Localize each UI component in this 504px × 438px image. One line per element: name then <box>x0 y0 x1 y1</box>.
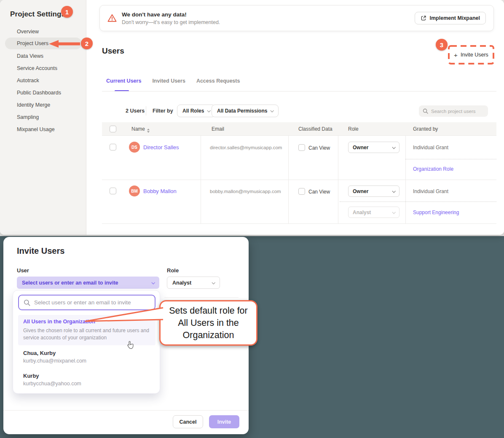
step-1-badge: 1 <box>61 6 73 18</box>
sub-role-select-disabled: Analyst <box>348 207 399 218</box>
settings-sidebar: Project Settings Overview Project Users … <box>0 0 86 235</box>
sidebar-item-identity-merge[interactable]: Identity Merge <box>17 102 50 108</box>
all-roles-dropdown[interactable]: All Roles <box>177 105 215 117</box>
banner-title: We don't have any data! <box>122 11 220 18</box>
search-input[interactable] <box>431 109 482 114</box>
granted-by-value: Individual Grant <box>413 188 448 194</box>
screenshot-root: Project Settings Overview Project Users … <box>0 0 504 438</box>
row-checkbox[interactable] <box>110 188 116 194</box>
user-email: director.salles@mymusicapp.com <box>210 145 282 150</box>
search-icon <box>24 299 30 306</box>
modal-title: Invite Users <box>17 246 64 256</box>
chevron-down-icon <box>207 109 211 112</box>
step-3-dashed-highlight <box>448 45 495 65</box>
option-description: Gives the chosen role to all current and… <box>23 327 150 341</box>
avatar: BM <box>129 185 140 196</box>
sidebar-item-overview[interactable]: Overview <box>17 29 39 35</box>
user-select[interactable]: Select users or enter an email to invite <box>17 277 159 289</box>
hand-cursor-icon <box>126 341 135 350</box>
option-user[interactable]: Chua, Kurby <box>23 350 56 356</box>
chevron-down-icon <box>271 109 274 112</box>
column-header-role: Role <box>348 126 359 132</box>
all-data-permissions-label: All Data Permissions <box>217 108 267 114</box>
tab-access-requests[interactable]: Access Requests <box>196 78 240 84</box>
sidebar-item-public-dashboards[interactable]: Public Dashboards <box>17 90 61 96</box>
user-select-value: Select users or enter an email to invite <box>22 280 118 286</box>
page-title: Project Settings <box>10 10 65 19</box>
step-3-badge: 3 <box>436 39 448 51</box>
can-view-label: Can View <box>308 189 330 195</box>
cancel-button[interactable]: Cancel <box>173 415 203 428</box>
project-settings-window: Project Settings Overview Project Users … <box>0 0 504 235</box>
users-heading: Users <box>102 46 124 56</box>
select-all-checkbox[interactable] <box>110 126 116 132</box>
tab-invited-users[interactable]: Invited Users <box>152 78 185 84</box>
user-name-link[interactable]: Bobby Mallon <box>143 188 177 194</box>
callout-text: Sets default role for All Users in the O… <box>165 305 252 341</box>
role-select-value: Analyst <box>172 280 191 286</box>
option-user-email: kurby.chua@mixpanel.com <box>23 358 86 364</box>
row-divider <box>102 180 496 180</box>
step-2-arrow-icon <box>48 40 82 48</box>
search-icon <box>423 108 428 114</box>
filter-separator <box>146 106 146 116</box>
users-tabs: Current Users Invited Users Access Reque… <box>106 78 240 84</box>
support-engineering-link[interactable]: Support Engineering <box>413 210 459 215</box>
row-sub-divider <box>405 159 496 159</box>
sort-icon <box>147 129 150 133</box>
avatar: DS <box>129 142 140 153</box>
sidebar-item-mixpanel-usage[interactable]: Mixpanel Usage <box>17 126 55 132</box>
column-header-name[interactable]: Name <box>131 126 150 133</box>
user-name-link[interactable]: Director Salles <box>143 144 179 150</box>
sidebar-item-project-users[interactable]: Project Users <box>17 40 48 46</box>
all-data-permissions-dropdown[interactable]: All Data Permissions <box>212 105 279 117</box>
filter-by-label: Filter by <box>153 108 173 114</box>
implement-mixpanel-button[interactable]: Implement Mixpanel <box>415 12 486 24</box>
option-user[interactable]: Kurby <box>23 373 39 379</box>
user-count: 2 Users <box>126 108 145 114</box>
sidebar-item-service-accounts[interactable]: Service Accounts <box>17 65 57 71</box>
user-field-label: User <box>17 267 29 274</box>
form-divider <box>164 297 239 298</box>
row-divider <box>102 223 496 224</box>
modal-footer-divider <box>3 410 249 411</box>
chevron-down-icon <box>392 189 395 193</box>
no-data-banner: We don't have any data! Don't worry—it's… <box>99 5 494 31</box>
role-field-label: Role <box>167 267 179 274</box>
main-content: We don't have any data! Don't worry—it's… <box>87 0 504 235</box>
sidebar-item-autotrack[interactable]: Autotrack <box>17 78 39 83</box>
can-view-checkbox[interactable] <box>298 144 305 151</box>
chevron-down-icon <box>392 210 395 214</box>
role-select[interactable]: Owner <box>348 185 399 197</box>
step-2-badge: 2 <box>81 38 93 49</box>
option-user-email: kurbycchua@yahoo.com <box>23 381 81 387</box>
organization-role-link[interactable]: Organization Role <box>413 166 453 172</box>
sidebar-item-data-views[interactable]: Data Views <box>17 53 43 59</box>
external-link-icon <box>421 15 426 21</box>
granted-by-value: Individual Grant <box>413 145 448 150</box>
project-users-search[interactable] <box>419 105 488 117</box>
sidebar-item-sampling[interactable]: Sampling <box>17 114 39 120</box>
column-header-email: Email <box>212 126 224 132</box>
table-header: Name Email Classified Data Role Granted … <box>102 122 496 136</box>
tab-current-users[interactable]: Current Users <box>106 78 141 84</box>
all-roles-label: All Roles <box>182 108 204 114</box>
tabs-divider <box>102 91 496 91</box>
banner-text: We don't have any data! Don't worry—it's… <box>122 11 220 25</box>
chevron-down-icon <box>212 281 215 284</box>
role-select[interactable]: Owner <box>348 142 399 153</box>
chevron-down-icon <box>151 281 155 284</box>
can-view-checkbox[interactable] <box>298 188 305 195</box>
chevron-down-icon <box>392 145 395 149</box>
callout-tail <box>83 304 164 325</box>
implement-mixpanel-label: Implement Mixpanel <box>430 15 480 21</box>
user-email: bobby.mallon@mymusicapp.com <box>210 189 281 194</box>
row-checkbox[interactable] <box>110 144 116 150</box>
warning-triangle-icon <box>107 14 117 22</box>
row-sub-divider <box>340 202 496 202</box>
role-select[interactable]: Analyst <box>167 277 220 289</box>
callout-bubble: Sets default role for All Users in the O… <box>159 300 257 346</box>
column-header-classified-data: Classified Data <box>298 126 332 132</box>
invite-button[interactable]: Invite <box>209 415 239 428</box>
column-header-granted-by: Granted by <box>413 126 438 132</box>
